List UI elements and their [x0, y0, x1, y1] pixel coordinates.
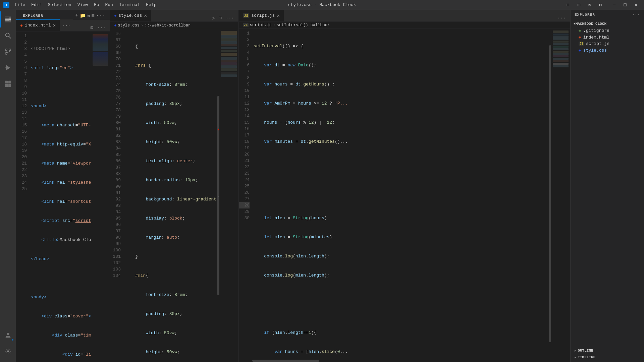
main-container: EXPLORER + 📁 ↻ ⊟ ··· ◈ index.html ✕ ··· …: [0, 10, 644, 362]
minimize-button[interactable]: ─: [609, 2, 619, 8]
js-scrollbar-thumb[interactable]: [549, 45, 551, 342]
menu-go[interactable]: Go: [91, 2, 102, 8]
css-info-dot: [218, 196, 219, 197]
explorer-section: ▾ MACKBOOK CLOCK ◈ .gitignore ◈ index.ht…: [571, 19, 644, 54]
file-name-stylecss: style.css: [583, 48, 607, 53]
left-tab-index-html[interactable]: ◈ index.html ✕: [16, 19, 60, 31]
js-line-numbers: 12345 678910 1112131415 1617181920 21222…: [239, 29, 252, 359]
close-button[interactable]: ✕: [631, 1, 641, 8]
vscode-logo: ❖: [3, 2, 9, 8]
file-explorer-sidebar: EXPLORER + 📁 ↻ ⊟ ··· ◈ index.html ✕ ··· …: [16, 10, 110, 362]
svg-point-1: [5, 33, 9, 37]
js-scrollbar[interactable]: [549, 29, 551, 359]
css-panel-tabs: ◈ style.css ✕ ▷ ⊡ ···: [110, 10, 238, 22]
js-breadcrumb: JS script.js › setInterval() callback: [239, 22, 570, 29]
sidebar-header-actions: + 📁 ↻ ⊟ ···: [75, 13, 106, 18]
activity-explorer[interactable]: [0, 11, 16, 27]
file-stylecss[interactable]: ◈ style.css: [571, 47, 644, 54]
js-tab-label: script.js: [251, 13, 275, 18]
layout-toggle-1[interactable]: ⊟: [563, 1, 573, 8]
file-icon-stylecss: ◈: [579, 48, 581, 53]
menu-terminal[interactable]: Terminal: [116, 2, 143, 8]
menu-edit[interactable]: Edit: [29, 2, 44, 8]
mackbook-clock-section[interactable]: ▾ MACKBOOK CLOCK: [571, 20, 644, 27]
more-actions-icon[interactable]: ···: [96, 13, 106, 18]
new-file-icon[interactable]: +: [75, 13, 78, 18]
more-icon: ···: [62, 23, 70, 28]
new-folder-icon[interactable]: 📁: [80, 13, 86, 18]
html-code-content: <!DOCTYPE html> <html lang="en"> <head> …: [30, 32, 91, 362]
menu-view[interactable]: View: [75, 2, 91, 8]
activity-debug[interactable]: [0, 60, 16, 76]
breadcrumb-sep2: ›: [273, 23, 275, 27]
js-tab-close[interactable]: ✕: [277, 13, 279, 18]
menu-run[interactable]: Run: [102, 2, 115, 8]
split-icon[interactable]: ⊡: [217, 14, 223, 21]
timeline-section[interactable]: ▶ TIMELINE: [571, 354, 644, 361]
menu-selection[interactable]: Selection: [45, 2, 74, 8]
js-code-content: setInterval(() => { var dt = new Date();…: [252, 29, 549, 359]
layout-toggle-3[interactable]: ⊠: [585, 1, 594, 8]
js-hscroll-thumb[interactable]: [252, 360, 319, 362]
explorer-more-icon[interactable]: ···: [632, 13, 640, 17]
collapse-icon[interactable]: ⊟: [92, 13, 95, 18]
refresh-icon[interactable]: ↻: [87, 13, 90, 18]
more-icon[interactable]: ···: [224, 15, 235, 21]
js-breadcrumb-label2[interactable]: setInterval() callback: [277, 23, 330, 27]
css-breadcrumb-label2[interactable]: ::-webkit-scrollbar: [145, 23, 191, 28]
explorer-title: EXPLORER: [23, 14, 43, 18]
section-title: MACKBOOK CLOCK: [576, 22, 606, 26]
css-tab-label: style.css: [118, 13, 142, 18]
css-code-panel: 66 6768697071 7273747576 7778798081 8283…: [110, 29, 238, 362]
activity-search[interactable]: [0, 27, 16, 44]
css-error-dot: [218, 129, 219, 130]
file-icon-scriptjs: JS: [579, 42, 584, 46]
more-icon[interactable]: ···: [556, 15, 567, 21]
split-editor-icon[interactable]: ⊡: [89, 24, 94, 31]
left-tab-label: index.html: [25, 23, 51, 28]
file-scriptjs[interactable]: JS script.js: [571, 41, 644, 47]
title-bar: ❖ File Edit Selection View Go Run Termin…: [0, 0, 644, 10]
explorer-panel-title: EXPLORER: [575, 13, 595, 17]
window-controls: ⊟ ⊞ ⊠ ⊡ ─ □ ✕: [563, 1, 641, 8]
outline-section[interactable]: ▶ OUTLINE: [571, 347, 644, 354]
menu-bar: File Edit Selection View Go Run Terminal…: [12, 2, 159, 8]
layout-toggle-2[interactable]: ⊞: [574, 1, 583, 8]
activity-extensions[interactable]: [0, 76, 16, 92]
js-tab[interactable]: JS script.js ✕: [239, 10, 284, 21]
menu-file[interactable]: File: [12, 2, 28, 8]
activity-bar: [0, 10, 16, 362]
css-tab-close[interactable]: ✕: [144, 13, 147, 18]
menu-help[interactable]: Help: [143, 2, 159, 8]
svg-rect-12: [8, 84, 11, 87]
css-code-content: { #hrs { font-size: 8rem; padding: 30px;…: [123, 29, 217, 362]
file-gitignore[interactable]: ◈ .gitignore: [571, 27, 644, 34]
svg-point-4: [9, 49, 11, 51]
left-tab-close[interactable]: ✕: [53, 23, 56, 28]
title-bar-left: ❖ File Edit Selection View Go Run Termin…: [3, 2, 159, 8]
layout-toggle-4[interactable]: ⊡: [596, 1, 605, 8]
js-horizontal-scrollbar[interactable]: [239, 359, 570, 362]
file-name-scriptjs: script.js: [586, 41, 609, 46]
activity-account[interactable]: [0, 327, 16, 343]
file-name-gitignore: .gitignore: [583, 28, 609, 33]
more-icon-2[interactable]: ···: [96, 24, 107, 31]
css-tab[interactable]: ◈ style.css ✕: [110, 10, 151, 21]
run-icon[interactable]: ▷: [211, 14, 216, 21]
left-tab-more[interactable]: ···: [60, 19, 73, 31]
file-indexhtml[interactable]: ◈ index.html: [571, 34, 644, 41]
maximize-button[interactable]: □: [620, 2, 630, 8]
css-minimap: [220, 29, 238, 362]
outline-label: OUTLINE: [578, 349, 593, 353]
css-scrollbar[interactable]: [217, 29, 220, 362]
js-tab-actions: ···: [556, 15, 570, 21]
js-breadcrumb-label1[interactable]: script.js: [250, 23, 272, 27]
timeline-arrow: ▶: [575, 356, 576, 359]
css-breadcrumb-label1[interactable]: style.css: [118, 23, 140, 28]
file-name-indexhtml: index.html: [583, 35, 609, 40]
svg-point-3: [5, 53, 7, 55]
js-code-panel: 12345 678910 1112131415 1617181920 21222…: [239, 29, 570, 359]
window-title: style.css - Mackbook Clock: [288, 2, 356, 7]
activity-settings[interactable]: [0, 343, 16, 359]
activity-git[interactable]: [0, 44, 16, 60]
